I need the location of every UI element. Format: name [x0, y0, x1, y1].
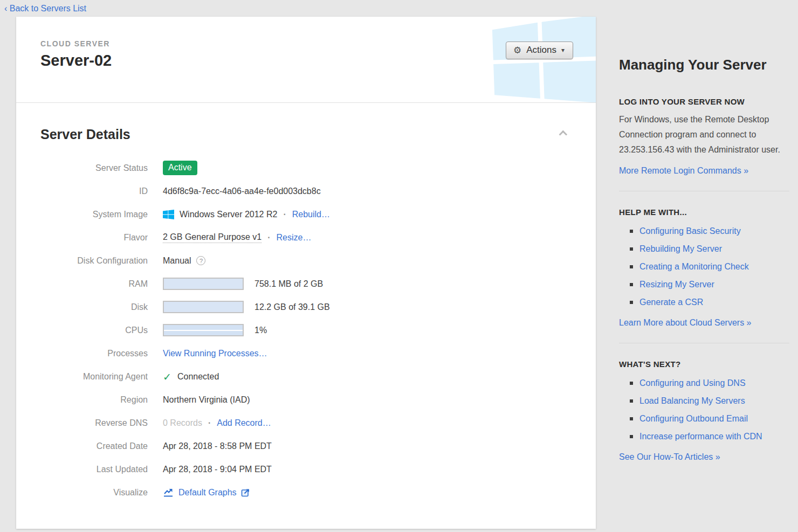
more-remote-login-commands-link[interactable]: More Remote Login Commands » [619, 166, 748, 176]
bullet-icon [630, 301, 633, 304]
server-detail-card: CLOUD SERVER Server-02 ⚙ Actions ▾ Serve… [16, 17, 596, 529]
dot-separator: · [267, 233, 270, 243]
list-item: Rebuilding My Server [630, 244, 789, 254]
cpu-usage-bar [163, 324, 244, 336]
configuring-outbound-email-link[interactable]: Configuring Outbound Email [639, 414, 748, 424]
row-created-date: Created Date Apr 28, 2018 - 8:58 PM EDT [16, 434, 596, 458]
row-label: Monitoring Agent [16, 372, 148, 382]
generate-a-csr-link[interactable]: Generate a CSR [639, 298, 703, 307]
bullet-icon [630, 382, 633, 385]
row-processes: Processes View Running Processes… [16, 342, 596, 365]
section-title: Server Details [40, 127, 130, 142]
row-system-image: System Image Windows Server 2012 R2 · Re… [16, 203, 596, 226]
creating-a-monitoring-check-link[interactable]: Creating a Monitoring Check [639, 262, 749, 272]
check-icon: ✓ [163, 371, 171, 383]
back-to-servers-link[interactable]: ‹ Back to Servers List [4, 4, 86, 13]
created-date-value: Apr 28, 2018 - 8:58 PM EDT [163, 441, 272, 451]
bullet-icon [630, 283, 633, 286]
list-item: Load Balancing My Servers [630, 396, 789, 406]
sidebar-title: Managing Your Server [619, 57, 789, 73]
row-label: Last Updated [16, 465, 148, 474]
row-label: Flavor [16, 233, 148, 243]
bullet-icon [630, 417, 633, 420]
row-label: Created Date [16, 441, 148, 451]
row-label: CPUs [16, 326, 148, 335]
ram-usage-bar [163, 278, 244, 290]
reverse-dns-count: 0 Records [163, 418, 202, 428]
whats-next-list: Configuring and Using DNS Load Balancing… [619, 378, 789, 441]
collapse-section-button[interactable] [555, 128, 568, 141]
list-item: Configuring Outbound Email [630, 414, 789, 424]
bullet-icon [630, 399, 633, 403]
list-item: Resizing My Server [630, 280, 789, 289]
rebuilding-my-server-link[interactable]: Rebuilding My Server [639, 244, 722, 254]
sidebar-divider [619, 191, 789, 191]
row-id: ID 4d6f8c9a-7ecc-4a06-aa4e-fe0d003dcb8c [16, 179, 596, 203]
line-graph-icon [163, 488, 174, 497]
list-item: Generate a CSR [630, 298, 789, 307]
flavor-value[interactable]: 2 GB General Purpose v1 [163, 232, 262, 243]
disk-config-value: Manual [163, 256, 191, 266]
disk-usage-bar [163, 301, 244, 313]
load-balancing-my-servers-link[interactable]: Load Balancing My Servers [639, 396, 745, 406]
row-disk: Disk 12.2 GB of 39.1 GB [16, 295, 596, 319]
actions-button[interactable]: ⚙ Actions ▾ [506, 42, 573, 59]
row-ram: RAM 758.1 MB of 2 GB [16, 272, 596, 295]
add-record-link[interactable]: Add Record… [217, 418, 271, 428]
row-flavor: Flavor 2 GB General Purpose v1 · Resize… [16, 226, 596, 249]
bullet-icon [630, 230, 633, 233]
help-icon[interactable]: ? [196, 256, 205, 265]
sidebar-heading-help-me-with: HELP ME WITH... [619, 208, 789, 217]
list-item: Configuring Basic Security [630, 226, 789, 236]
row-visualize: Visualize Default Graphs [16, 481, 596, 504]
configuring-and-using-dns-link[interactable]: Configuring and Using DNS [639, 378, 746, 388]
bullet-icon [630, 265, 633, 268]
help-me-with-list: Configuring Basic Security Rebuilding My… [619, 226, 789, 307]
sidebar-login-text: For Windows, use the Remote Desktop Conn… [619, 112, 789, 157]
rebuild-link[interactable]: Rebuild… [292, 210, 330, 219]
actions-button-label: Actions [526, 45, 556, 56]
row-server-status: Server Status Active [16, 156, 596, 179]
view-running-processes-link[interactable]: View Running Processes… [163, 349, 267, 358]
row-label: Reverse DNS [16, 418, 148, 428]
row-label: Processes [16, 349, 148, 358]
page-layout: CLOUD SERVER Server-02 ⚙ Actions ▾ Serve… [0, 17, 798, 529]
server-id-value: 4d6f8c9a-7ecc-4a06-aa4e-fe0d003dcb8c [163, 186, 321, 196]
windows-logo-icon [163, 210, 174, 219]
row-reverse-dns: Reverse DNS 0 Records · Add Record… [16, 411, 596, 434]
list-item: Creating a Monitoring Check [630, 262, 789, 272]
row-region: Region Northern Virginia (IAD) [16, 388, 596, 411]
row-label: Server Status [16, 163, 148, 173]
default-graphs-link[interactable]: Default Graphs [178, 488, 237, 498]
see-how-to-articles-link[interactable]: See Our How-To Articles » [619, 452, 720, 462]
sidebar-heading-whats-next: WHAT'S NEXT? [619, 360, 789, 369]
learn-more-cloud-servers-link[interactable]: Learn More about Cloud Servers » [619, 318, 751, 328]
system-image-value: Windows Server 2012 R2 [180, 210, 277, 219]
external-link-icon [241, 488, 250, 497]
row-monitoring-agent: Monitoring Agent ✓ Connected [16, 365, 596, 388]
row-label: RAM [16, 279, 148, 289]
list-item: Configuring and Using DNS [630, 378, 789, 388]
server-details-section-header: Server Details [40, 127, 568, 142]
row-cpus: CPUs 1% [16, 319, 596, 342]
row-last-updated: Last Updated Apr 28, 2018 - 9:04 PM EDT [16, 458, 596, 481]
server-details-rows: Server Status Active ID 4d6f8c9a-7ecc-4a… [16, 156, 596, 526]
gear-icon: ⚙ [513, 45, 521, 56]
caret-down-icon: ▾ [561, 46, 565, 54]
disk-usage-text: 12.2 GB of 39.1 GB [254, 302, 330, 312]
chevron-up-icon [559, 130, 568, 139]
resize-link[interactable]: Resize… [277, 233, 312, 243]
bullet-icon [630, 435, 633, 438]
increase-performance-with-cdn-link[interactable]: Increase performance with CDN [639, 432, 762, 441]
bullet-icon [630, 247, 633, 251]
ram-usage-text: 758.1 MB of 2 GB [254, 279, 323, 289]
configuring-basic-security-link[interactable]: Configuring Basic Security [639, 226, 741, 236]
row-label: System Image [16, 210, 148, 219]
help-sidebar: Managing Your Server LOG INTO YOUR SERVE… [619, 17, 789, 462]
row-label: ID [16, 186, 148, 196]
sidebar-heading-login: LOG INTO YOUR SERVER NOW [619, 97, 789, 106]
status-badge: Active [163, 161, 197, 175]
region-value: Northern Virginia (IAD) [163, 395, 250, 405]
resizing-my-server-link[interactable]: Resizing My Server [639, 280, 714, 289]
row-label: Disk [16, 302, 148, 312]
